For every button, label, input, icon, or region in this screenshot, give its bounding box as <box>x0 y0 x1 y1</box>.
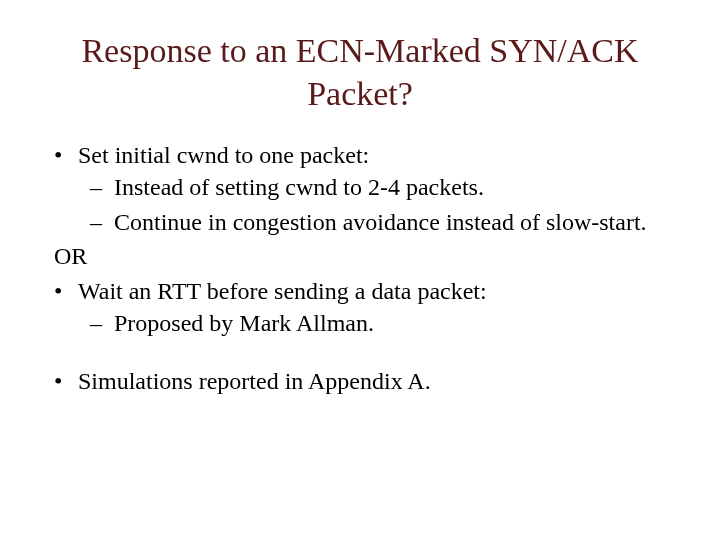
slide: Response to an ECN-Marked SYN/ACK Packet… <box>0 0 720 540</box>
sub-bullet-item: Proposed by Mark Allman. <box>114 307 680 339</box>
or-separator: OR <box>54 240 680 272</box>
bullet-text: Simulations reported in Appendix A. <box>78 368 431 394</box>
slide-title: Response to an ECN-Marked SYN/ACK Packet… <box>40 30 680 115</box>
bullet-item: Set initial cwnd to one packet: Instead … <box>78 139 680 238</box>
bullet-item: Simulations reported in Appendix A. <box>78 365 680 397</box>
bullet-item: Wait an RTT before sending a data packet… <box>78 275 680 340</box>
bullet-list: Simulations reported in Appendix A. <box>40 365 680 397</box>
bullet-list: Wait an RTT before sending a data packet… <box>40 275 680 340</box>
sub-bullet-item: Instead of setting cwnd to 2-4 packets. <box>114 171 680 203</box>
sub-bullet-list: Instead of setting cwnd to 2-4 packets. … <box>78 171 680 238</box>
bullet-text: Wait an RTT before sending a data packet… <box>78 278 487 304</box>
sub-bullet-text: Continue in congestion avoidance instead… <box>114 209 647 235</box>
sub-bullet-item: Continue in congestion avoidance instead… <box>114 206 680 238</box>
bullet-list: Set initial cwnd to one packet: Instead … <box>40 139 680 238</box>
sub-bullet-list: Proposed by Mark Allman. <box>78 307 680 339</box>
sub-bullet-text: Instead of setting cwnd to 2-4 packets. <box>114 174 484 200</box>
bullet-text: Set initial cwnd to one packet: <box>78 142 369 168</box>
slide-body: Set initial cwnd to one packet: Instead … <box>40 139 680 398</box>
spacer <box>40 341 680 365</box>
sub-bullet-text: Proposed by Mark Allman. <box>114 310 374 336</box>
